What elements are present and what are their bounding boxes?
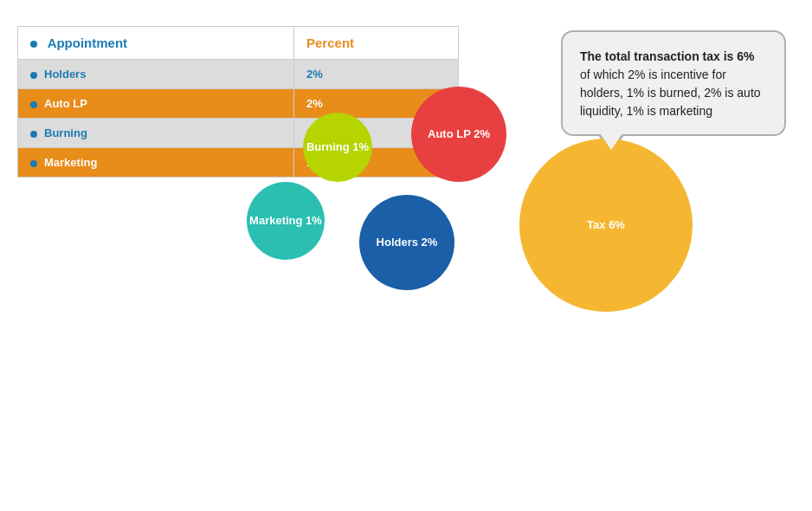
callout-text: of which 2% is incentive for holders, 1%… — [580, 68, 761, 118]
row-dot — [30, 72, 37, 79]
row-percent: 2% — [306, 97, 323, 110]
row-dot — [30, 131, 37, 138]
bubble-holders: Holders 2% — [359, 195, 454, 290]
callout-bold: The total transaction tax is 6% — [580, 49, 755, 63]
data-table: Appointment Percent Holders2%Auto LP2%Bu… — [17, 26, 459, 178]
bubble-label-auto-lp: Auto LP 2% — [428, 127, 490, 142]
col-appointment-header: Appointment — [18, 27, 294, 60]
bubble-label-tax: Tax 6% — [587, 218, 625, 233]
bubble-chart: Tax 6%Holders 2%Auto LP 2%Burning 1%Mark… — [0, 199, 812, 511]
row-dot — [30, 160, 37, 167]
bubble-marketing: Marketing 1% — [247, 182, 325, 260]
col2-header-label: Percent — [306, 36, 354, 50]
col-percent-header: Percent — [294, 27, 459, 60]
bubble-label-burning: Burning 1% — [306, 140, 369, 155]
bubble-auto-lp: Auto LP 2% — [411, 87, 506, 182]
col1-header-label: Appointment — [48, 36, 127, 50]
table-row: Burning1% — [18, 119, 459, 148]
bubble-tax: Tax 6% — [519, 139, 693, 312]
row-label: Burning — [44, 126, 87, 139]
row-label: Marketing — [44, 156, 97, 169]
row-label: Holders — [44, 68, 86, 81]
callout-box: The total transaction tax is 6% of which… — [561, 30, 786, 136]
row-percent: 2% — [306, 68, 323, 81]
bubble-label-marketing: Marketing 1% — [249, 214, 322, 229]
row-label: Auto LP — [44, 97, 87, 110]
col-dot — [30, 41, 37, 48]
table-row: Holders2% — [18, 60, 459, 89]
table-row: Auto LP2% — [18, 89, 459, 119]
row-dot — [30, 101, 37, 108]
table-row: Marketing1% — [18, 148, 459, 178]
bubble-burning: Burning 1% — [303, 113, 372, 182]
bubble-label-holders: Holders 2% — [377, 236, 438, 250]
